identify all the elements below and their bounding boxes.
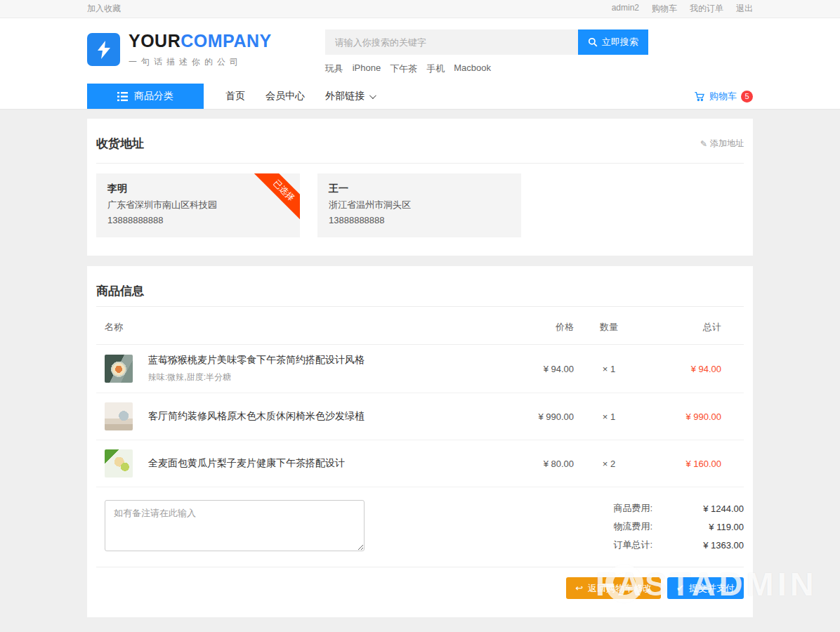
logout-link[interactable]: 退出 xyxy=(736,3,753,15)
order-section-title: 商品信息 xyxy=(96,283,144,299)
chevron-down-icon xyxy=(369,92,376,99)
lightning-icon xyxy=(87,33,120,66)
check-icon: ✔ xyxy=(676,583,684,593)
product-price: ¥ 94.00 xyxy=(497,364,574,374)
address-section-title: 收货地址 xyxy=(96,136,144,152)
hot-keyword[interactable]: Macbook xyxy=(454,62,491,75)
add-address-button[interactable]: ✎ 添加地址 xyxy=(700,138,744,150)
address-name: 王一 xyxy=(329,183,510,195)
back-arrow-icon: ↩ xyxy=(575,583,583,593)
table-row: 全麦面包黄瓜片梨子麦片健康下午茶搭配设计 ¥ 80.00 × 2 ¥ 160.0… xyxy=(96,440,744,487)
address-text: 浙江省温州市洞头区 xyxy=(329,199,510,211)
order-remark-input[interactable] xyxy=(105,500,365,551)
address-section: 收货地址 ✎ 添加地址 李明 广东省深圳市南山区科技园 13888888888 … xyxy=(87,119,753,256)
logo[interactable]: YOURCOMPANY 一句话描述你的公司 xyxy=(87,31,272,68)
header-price: 价格 xyxy=(497,321,574,334)
back-to-cart-button[interactable]: ↩ 返回购物车修改 xyxy=(566,577,661,599)
summary-label-total: 订单总计: xyxy=(613,539,652,551)
site-header: YOURCOMPANY 一句话描述你的公司 立即搜索 玩具 iPhone 下午茶… xyxy=(0,18,840,84)
table-row: 客厅简约装修风格原木色木质休闲椅米色沙发绿植 ¥ 990.00 × 1 ¥ 99… xyxy=(96,393,744,440)
nav-link-home[interactable]: 首页 xyxy=(225,90,245,103)
product-thumbnail[interactable] xyxy=(105,449,133,478)
brand-name: YOURCOMPANY xyxy=(129,31,272,51)
favorite-link[interactable]: 加入收藏 xyxy=(87,3,121,15)
pencil-icon: ✎ xyxy=(700,139,707,149)
product-total: ¥ 160.00 xyxy=(644,459,735,469)
summary-label-shipping: 物流费用: xyxy=(613,520,652,533)
table-row: 蓝莓猕猴桃麦片美味零食下午茶简约搭配设计风格 辣味:微辣,甜度:半分糖 ¥ 94… xyxy=(96,345,744,393)
summary-value-shipping: ¥ 119.00 xyxy=(652,522,744,532)
address-text: 广东省深圳市南山区科技园 xyxy=(107,199,289,211)
table-header: 名称 价格 数量 总计 xyxy=(96,307,744,345)
search-icon xyxy=(588,37,598,47)
product-spec: 辣味:微辣,甜度:半分糖 xyxy=(148,371,365,383)
product-price: ¥ 80.00 xyxy=(497,459,574,469)
search-button[interactable]: 立即搜索 xyxy=(578,29,648,55)
product-price: ¥ 990.00 xyxy=(497,412,574,422)
hot-keyword[interactable]: iPhone xyxy=(353,62,381,75)
header-total: 总计 xyxy=(644,321,735,334)
header-name: 名称 xyxy=(105,321,497,334)
address-card[interactable]: 王一 浙江省温州市洞头区 13888888888 xyxy=(317,173,521,237)
search-input[interactable] xyxy=(325,29,578,55)
topbar: 加入收藏 admin2 购物车 我的订单 退出 xyxy=(0,0,840,18)
topbar-cart-link[interactable]: 购物车 xyxy=(652,3,677,15)
order-summary: 商品费用: ¥ 1244.00 物流费用: ¥ 119.00 订单总计: ¥ 1… xyxy=(613,500,744,557)
product-total: ¥ 990.00 xyxy=(644,412,735,422)
product-name[interactable]: 蓝莓猕猴桃麦片美味零食下午茶简约搭配设计风格 xyxy=(148,354,365,367)
header-qty: 数量 xyxy=(574,321,644,334)
main-nav: 商品分类 首页 会员中心 外部链接 购物车 5 xyxy=(0,84,840,110)
product-thumbnail[interactable] xyxy=(105,402,133,430)
product-name[interactable]: 客厅简约装修风格原木色木质休闲椅米色沙发绿植 xyxy=(148,410,365,423)
cart-count-badge: 5 xyxy=(741,91,753,103)
address-name: 李明 xyxy=(107,183,289,195)
submit-pay-button[interactable]: ✔ 提交并支付 xyxy=(667,577,744,599)
nav-link-member-center[interactable]: 会员中心 xyxy=(265,90,305,103)
address-card-selected[interactable]: 李明 广东省深圳市南山区科技园 13888888888 已选择 xyxy=(96,173,300,237)
hot-keyword[interactable]: 手机 xyxy=(426,62,445,75)
order-section: 商品信息 名称 价格 数量 总计 蓝莓猕猴桃麦片美味零食下午茶简约搭配设计风格 … xyxy=(87,266,753,617)
brand-slogan: 一句话描述你的公司 xyxy=(129,56,272,68)
summary-label-goods: 商品费用: xyxy=(613,502,652,515)
summary-value-total: ¥ 1363.00 xyxy=(652,540,744,551)
cart-icon xyxy=(694,91,705,102)
hot-keyword[interactable]: 玩具 xyxy=(325,62,343,75)
my-orders-link[interactable]: 我的订单 xyxy=(690,3,723,15)
address-phone: 13888888888 xyxy=(329,215,510,225)
product-qty: × 1 xyxy=(574,364,644,374)
summary-value-goods: ¥ 1244.00 xyxy=(652,503,744,514)
product-qty: × 2 xyxy=(574,459,644,469)
product-qty: × 1 xyxy=(574,412,644,422)
username-link[interactable]: admin2 xyxy=(612,3,639,15)
hot-keywords: 玩具 iPhone 下午茶 手机 Macbook xyxy=(325,62,648,75)
product-total: ¥ 94.00 xyxy=(644,364,735,374)
product-thumbnail[interactable] xyxy=(105,355,133,383)
cart-button[interactable]: 购物车 5 xyxy=(694,90,753,103)
address-phone: 13888888888 xyxy=(107,215,289,225)
hot-keyword[interactable]: 下午茶 xyxy=(390,62,417,75)
product-name[interactable]: 全麦面包黄瓜片梨子麦片健康下午茶搭配设计 xyxy=(148,457,345,470)
category-menu-button[interactable]: 商品分类 xyxy=(87,84,204,109)
nav-link-external[interactable]: 外部链接 xyxy=(325,90,374,103)
list-menu-icon xyxy=(117,92,128,101)
